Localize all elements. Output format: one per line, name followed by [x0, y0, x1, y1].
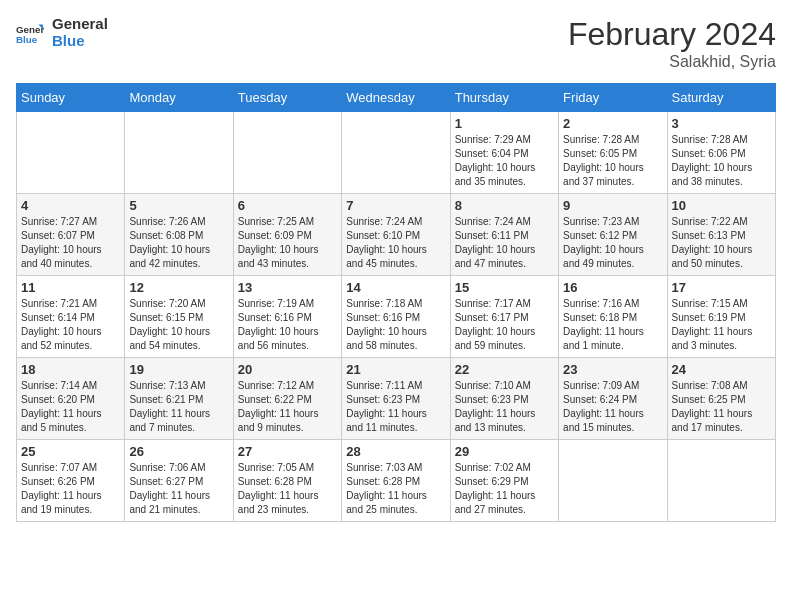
day-info: Sunrise: 7:06 AM Sunset: 6:27 PM Dayligh…	[129, 461, 228, 517]
day-info: Sunrise: 7:24 AM Sunset: 6:11 PM Dayligh…	[455, 215, 554, 271]
day-header-friday: Friday	[559, 84, 667, 112]
calendar-header: SundayMondayTuesdayWednesdayThursdayFrid…	[17, 84, 776, 112]
day-info: Sunrise: 7:19 AM Sunset: 6:16 PM Dayligh…	[238, 297, 337, 353]
day-header-tuesday: Tuesday	[233, 84, 341, 112]
day-header-wednesday: Wednesday	[342, 84, 450, 112]
day-number: 27	[238, 444, 337, 459]
calendar-cell: 3Sunrise: 7:28 AM Sunset: 6:06 PM Daylig…	[667, 112, 775, 194]
day-info: Sunrise: 7:18 AM Sunset: 6:16 PM Dayligh…	[346, 297, 445, 353]
day-number: 3	[672, 116, 771, 131]
day-number: 21	[346, 362, 445, 377]
logo: General Blue General Blue	[16, 16, 108, 49]
calendar-cell: 16Sunrise: 7:16 AM Sunset: 6:18 PM Dayli…	[559, 276, 667, 358]
day-number: 16	[563, 280, 662, 295]
day-number: 19	[129, 362, 228, 377]
day-number: 13	[238, 280, 337, 295]
day-number: 28	[346, 444, 445, 459]
day-info: Sunrise: 7:24 AM Sunset: 6:10 PM Dayligh…	[346, 215, 445, 271]
day-header-thursday: Thursday	[450, 84, 558, 112]
calendar-cell: 29Sunrise: 7:02 AM Sunset: 6:29 PM Dayli…	[450, 440, 558, 522]
day-info: Sunrise: 7:02 AM Sunset: 6:29 PM Dayligh…	[455, 461, 554, 517]
calendar-cell: 6Sunrise: 7:25 AM Sunset: 6:09 PM Daylig…	[233, 194, 341, 276]
day-number: 2	[563, 116, 662, 131]
calendar-week-3: 11Sunrise: 7:21 AM Sunset: 6:14 PM Dayli…	[17, 276, 776, 358]
calendar-week-1: 1Sunrise: 7:29 AM Sunset: 6:04 PM Daylig…	[17, 112, 776, 194]
calendar-cell: 18Sunrise: 7:14 AM Sunset: 6:20 PM Dayli…	[17, 358, 125, 440]
logo-icon: General Blue	[16, 19, 44, 47]
calendar-cell	[17, 112, 125, 194]
calendar-cell: 26Sunrise: 7:06 AM Sunset: 6:27 PM Dayli…	[125, 440, 233, 522]
calendar-cell	[559, 440, 667, 522]
svg-text:Blue: Blue	[16, 33, 38, 44]
day-info: Sunrise: 7:03 AM Sunset: 6:28 PM Dayligh…	[346, 461, 445, 517]
day-info: Sunrise: 7:05 AM Sunset: 6:28 PM Dayligh…	[238, 461, 337, 517]
day-header-monday: Monday	[125, 84, 233, 112]
calendar-cell: 12Sunrise: 7:20 AM Sunset: 6:15 PM Dayli…	[125, 276, 233, 358]
calendar-cell: 23Sunrise: 7:09 AM Sunset: 6:24 PM Dayli…	[559, 358, 667, 440]
calendar-cell: 17Sunrise: 7:15 AM Sunset: 6:19 PM Dayli…	[667, 276, 775, 358]
day-info: Sunrise: 7:07 AM Sunset: 6:26 PM Dayligh…	[21, 461, 120, 517]
day-number: 26	[129, 444, 228, 459]
day-info: Sunrise: 7:17 AM Sunset: 6:17 PM Dayligh…	[455, 297, 554, 353]
day-info: Sunrise: 7:23 AM Sunset: 6:12 PM Dayligh…	[563, 215, 662, 271]
calendar-cell: 9Sunrise: 7:23 AM Sunset: 6:12 PM Daylig…	[559, 194, 667, 276]
day-info: Sunrise: 7:14 AM Sunset: 6:20 PM Dayligh…	[21, 379, 120, 435]
day-number: 24	[672, 362, 771, 377]
calendar-week-5: 25Sunrise: 7:07 AM Sunset: 6:26 PM Dayli…	[17, 440, 776, 522]
day-number: 17	[672, 280, 771, 295]
days-of-week-row: SundayMondayTuesdayWednesdayThursdayFrid…	[17, 84, 776, 112]
day-number: 10	[672, 198, 771, 213]
calendar-cell: 20Sunrise: 7:12 AM Sunset: 6:22 PM Dayli…	[233, 358, 341, 440]
day-number: 11	[21, 280, 120, 295]
page-header: General Blue General Blue February 2024 …	[16, 16, 776, 71]
calendar-cell: 21Sunrise: 7:11 AM Sunset: 6:23 PM Dayli…	[342, 358, 450, 440]
calendar-cell: 25Sunrise: 7:07 AM Sunset: 6:26 PM Dayli…	[17, 440, 125, 522]
day-info: Sunrise: 7:12 AM Sunset: 6:22 PM Dayligh…	[238, 379, 337, 435]
day-info: Sunrise: 7:26 AM Sunset: 6:08 PM Dayligh…	[129, 215, 228, 271]
day-number: 29	[455, 444, 554, 459]
calendar-cell: 28Sunrise: 7:03 AM Sunset: 6:28 PM Dayli…	[342, 440, 450, 522]
calendar-cell: 1Sunrise: 7:29 AM Sunset: 6:04 PM Daylig…	[450, 112, 558, 194]
calendar-cell: 2Sunrise: 7:28 AM Sunset: 6:05 PM Daylig…	[559, 112, 667, 194]
day-info: Sunrise: 7:20 AM Sunset: 6:15 PM Dayligh…	[129, 297, 228, 353]
day-number: 1	[455, 116, 554, 131]
calendar-table: SundayMondayTuesdayWednesdayThursdayFrid…	[16, 83, 776, 522]
day-info: Sunrise: 7:13 AM Sunset: 6:21 PM Dayligh…	[129, 379, 228, 435]
calendar-cell: 7Sunrise: 7:24 AM Sunset: 6:10 PM Daylig…	[342, 194, 450, 276]
day-info: Sunrise: 7:16 AM Sunset: 6:18 PM Dayligh…	[563, 297, 662, 353]
calendar-cell: 8Sunrise: 7:24 AM Sunset: 6:11 PM Daylig…	[450, 194, 558, 276]
calendar-cell: 10Sunrise: 7:22 AM Sunset: 6:13 PM Dayli…	[667, 194, 775, 276]
logo-line1: General	[52, 16, 108, 33]
day-info: Sunrise: 7:27 AM Sunset: 6:07 PM Dayligh…	[21, 215, 120, 271]
day-info: Sunrise: 7:10 AM Sunset: 6:23 PM Dayligh…	[455, 379, 554, 435]
day-number: 20	[238, 362, 337, 377]
day-info: Sunrise: 7:28 AM Sunset: 6:06 PM Dayligh…	[672, 133, 771, 189]
calendar-cell	[125, 112, 233, 194]
calendar-cell: 11Sunrise: 7:21 AM Sunset: 6:14 PM Dayli…	[17, 276, 125, 358]
calendar-week-4: 18Sunrise: 7:14 AM Sunset: 6:20 PM Dayli…	[17, 358, 776, 440]
title-block: February 2024 Salakhid, Syria	[568, 16, 776, 71]
day-number: 4	[21, 198, 120, 213]
calendar-week-2: 4Sunrise: 7:27 AM Sunset: 6:07 PM Daylig…	[17, 194, 776, 276]
logo-line2: Blue	[52, 33, 108, 50]
day-number: 6	[238, 198, 337, 213]
calendar-cell: 14Sunrise: 7:18 AM Sunset: 6:16 PM Dayli…	[342, 276, 450, 358]
day-info: Sunrise: 7:22 AM Sunset: 6:13 PM Dayligh…	[672, 215, 771, 271]
day-number: 14	[346, 280, 445, 295]
day-info: Sunrise: 7:28 AM Sunset: 6:05 PM Dayligh…	[563, 133, 662, 189]
day-number: 25	[21, 444, 120, 459]
location-subtitle: Salakhid, Syria	[568, 53, 776, 71]
day-info: Sunrise: 7:29 AM Sunset: 6:04 PM Dayligh…	[455, 133, 554, 189]
day-number: 9	[563, 198, 662, 213]
day-number: 15	[455, 280, 554, 295]
calendar-cell: 19Sunrise: 7:13 AM Sunset: 6:21 PM Dayli…	[125, 358, 233, 440]
calendar-body: 1Sunrise: 7:29 AM Sunset: 6:04 PM Daylig…	[17, 112, 776, 522]
day-number: 22	[455, 362, 554, 377]
day-info: Sunrise: 7:15 AM Sunset: 6:19 PM Dayligh…	[672, 297, 771, 353]
calendar-cell: 24Sunrise: 7:08 AM Sunset: 6:25 PM Dayli…	[667, 358, 775, 440]
day-number: 12	[129, 280, 228, 295]
calendar-cell: 15Sunrise: 7:17 AM Sunset: 6:17 PM Dayli…	[450, 276, 558, 358]
day-header-saturday: Saturday	[667, 84, 775, 112]
calendar-cell: 27Sunrise: 7:05 AM Sunset: 6:28 PM Dayli…	[233, 440, 341, 522]
day-number: 23	[563, 362, 662, 377]
